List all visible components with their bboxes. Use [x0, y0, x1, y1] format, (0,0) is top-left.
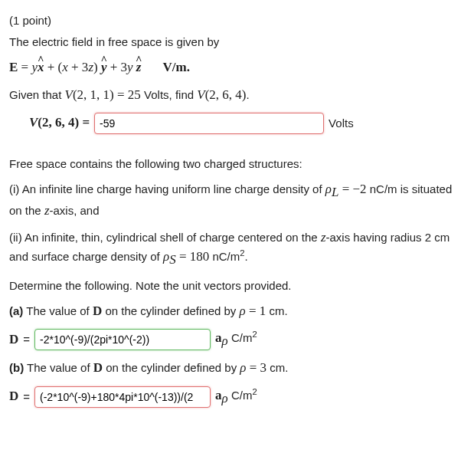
- answer-b-eq: =: [23, 389, 30, 405]
- answer1-lhs-V: V: [29, 115, 38, 130]
- answer1-lhs-args: (2, 6, 4) =: [38, 115, 90, 130]
- points-label: (1 point): [9, 12, 465, 29]
- answer1-unit: Volts: [329, 115, 354, 132]
- answer1-row: V(2, 6, 4) = Volts: [29, 113, 465, 134]
- section2-intro: Free space contains the following two ch…: [9, 156, 465, 172]
- intro-text: The electric field in free space is give…: [9, 34, 465, 51]
- given-text: Given that V(2, 1, 1) = 25 Volts, find V…: [9, 86, 465, 105]
- answer-a-eq: =: [23, 331, 30, 348]
- equation-field: E = yx + (x + 3z) y + 3y zV/m.: [9, 58, 465, 77]
- answer-a-D: D: [9, 330, 18, 350]
- part-i: (i) An infinite line charge having unifo…: [9, 180, 465, 221]
- answer-a-row: D = aρ C/m2: [9, 328, 465, 351]
- determine-text: Determine the following. Note the unit v…: [9, 277, 465, 294]
- part-b: (b) The value of D on the cylinder defin…: [9, 359, 465, 378]
- answer-a-unit: aρ C/m2: [215, 328, 257, 351]
- part-a: (a) The value of D on the cylinder defin…: [9, 302, 465, 321]
- answer1-input[interactable]: [94, 113, 324, 134]
- answer-b-unit: aρ C/m2: [215, 386, 257, 409]
- part-ii: (ii) An infinite, thin, cylindrical shel…: [9, 228, 465, 270]
- answer-b-D: D: [9, 387, 18, 406]
- answer-b-row: D = aρ C/m2: [9, 386, 465, 409]
- answer-b-input[interactable]: [34, 386, 211, 408]
- answer-a-input[interactable]: [34, 329, 211, 350]
